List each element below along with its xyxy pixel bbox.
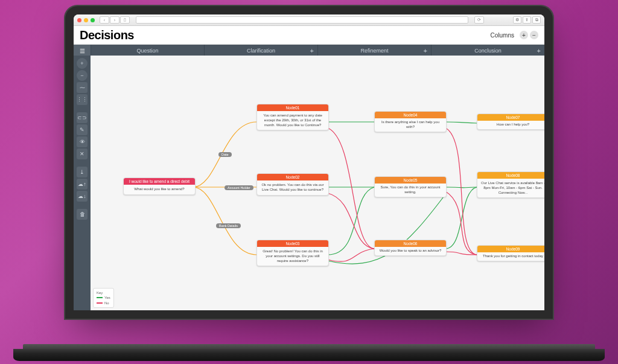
- node-body: Ok no problem. You can do this via our L…: [257, 180, 328, 195]
- tool-upload[interactable]: ☁↑: [77, 179, 88, 190]
- column-header-conclusion[interactable]: Conclusion+: [431, 45, 544, 57]
- node-title: Node05: [375, 177, 446, 184]
- node-02[interactable]: Node02 Ok no problem. You can do this vi…: [256, 173, 329, 196]
- tool-save-cloud[interactable]: ☁↓: [77, 191, 88, 202]
- legend-title: Key: [97, 290, 110, 295]
- node-03[interactable]: Node03 Great! No problem! You can do thi…: [256, 240, 329, 266]
- edge-label-date: Date: [218, 152, 232, 157]
- tool-line[interactable]: ⁓: [77, 82, 88, 93]
- settings-icon[interactable]: ⚙: [513, 16, 521, 24]
- menu-icon[interactable]: ☰: [74, 45, 91, 57]
- node-title: Node03: [257, 240, 328, 247]
- node-body: You can amend payment to any date except…: [257, 111, 328, 130]
- node-title: Node06: [375, 240, 446, 247]
- window-minimize-icon[interactable]: [84, 18, 88, 22]
- column-header-clarification[interactable]: Clarification+: [204, 45, 317, 57]
- node-body: Our Live Chat service is available 8am -…: [477, 179, 544, 197]
- node-body: How can I help you?: [477, 121, 544, 129]
- browser-chrome: ‹ › ▯ ⟳ ⚙ ⇪ ⧉: [74, 14, 544, 26]
- copy-icon[interactable]: ⧉: [532, 16, 541, 24]
- node-body: Sure, You can do this in your account se…: [375, 184, 446, 197]
- tool-trash[interactable]: 🗑: [77, 209, 88, 220]
- node-09[interactable]: Node09 Thank you for getting in contact …: [477, 245, 544, 261]
- node-body: Thank you for getting in contact today: [477, 252, 544, 261]
- node-start[interactable]: I would like to amend a direct debit Wha…: [123, 177, 196, 195]
- node-body: Would you like to speak to an advisor?: [375, 247, 446, 255]
- legend-swatch-yes: [97, 297, 103, 298]
- column-header-question[interactable]: Question: [91, 45, 204, 57]
- node-body: Is there anything else I can help you wi…: [375, 118, 446, 132]
- node-title: Node04: [375, 112, 446, 118]
- column-header-bar: ☰ Question Clarification+ Refinement+ Co…: [74, 45, 544, 57]
- node-01[interactable]: Node01 You can amend payment to any date…: [256, 104, 329, 130]
- forward-button[interactable]: ›: [110, 16, 119, 24]
- add-node-icon[interactable]: +: [537, 47, 541, 54]
- legend-no-label: No: [104, 301, 109, 305]
- tool-add[interactable]: +: [77, 58, 88, 69]
- remove-column-button[interactable]: −: [530, 31, 538, 39]
- edge-label-account-holder: Account Holder: [225, 185, 253, 190]
- column-header-refinement[interactable]: Refinement+: [317, 45, 431, 57]
- tool-edit[interactable]: ✎: [77, 124, 88, 135]
- tool-grid[interactable]: ⋮⋮: [77, 94, 88, 105]
- window-close-icon[interactable]: [77, 18, 81, 22]
- sidebar-toggle[interactable]: ▯: [120, 16, 130, 24]
- tool-close[interactable]: ✕: [77, 148, 88, 159]
- add-column-button[interactable]: +: [520, 31, 528, 39]
- node-04[interactable]: Node04 Is there anything else I can help…: [374, 111, 447, 132]
- node-body: What would you like to amend?: [124, 185, 195, 194]
- window-zoom-icon[interactable]: [91, 18, 95, 22]
- node-title: Node09: [477, 246, 544, 252]
- back-button[interactable]: ‹: [100, 16, 109, 24]
- stage: ‹ › ▯ ⟳ ⚙ ⇪ ⧉ Decisions Columns +: [0, 0, 618, 364]
- tool-link[interactable]: ⊂⊃: [77, 112, 88, 123]
- legend: Key Yes No: [93, 288, 114, 308]
- add-node-icon[interactable]: +: [310, 47, 314, 54]
- node-title: Node07: [477, 114, 544, 121]
- node-07[interactable]: Node07 How can I help you?: [477, 113, 544, 130]
- legend-yes-label: Yes: [104, 295, 110, 300]
- tool-download[interactable]: ⤓: [77, 167, 88, 177]
- node-body: Great! No problem! You can do this in yo…: [257, 247, 328, 266]
- node-title: Node02: [257, 174, 328, 180]
- node-title: Node08: [477, 172, 544, 179]
- add-node-icon[interactable]: +: [424, 47, 427, 54]
- node-06[interactable]: Node06 Would you like to speak to an adv…: [374, 240, 447, 256]
- node-05[interactable]: Node05 Sure, You can do this in your acc…: [374, 176, 447, 197]
- tool-remove[interactable]: −: [77, 70, 88, 81]
- node-title: I would like to amend a direct debit: [124, 178, 195, 185]
- reload-button[interactable]: ⟳: [474, 16, 484, 24]
- edge-label-bank-details: Bank Details: [216, 223, 241, 228]
- laptop-base: [13, 349, 605, 361]
- app-title: Decisions: [80, 28, 134, 42]
- columns-label: Columns: [491, 32, 514, 39]
- app-header: Decisions Columns + −: [74, 26, 544, 45]
- legend-swatch-no: [97, 302, 103, 304]
- share-icon[interactable]: ⇪: [523, 16, 531, 24]
- node-08[interactable]: Node08 Our Live Chat service is availabl…: [477, 171, 544, 198]
- laptop-mockup: ‹ › ▯ ⟳ ⚙ ⇪ ⧉ Decisions Columns +: [56, 0, 562, 296]
- url-bar[interactable]: [136, 16, 468, 24]
- canvas[interactable]: Date Account Holder Bank Details I would…: [91, 56, 544, 310]
- toolbar-sidebar: + − ⁓ ⋮⋮ ⊂⊃ ✎ 👁 ✕ ⤓ ☁↑ ☁↓ 🗑: [74, 56, 91, 310]
- node-title: Node01: [257, 104, 328, 111]
- screen: ‹ › ▯ ⟳ ⚙ ⇪ ⧉ Decisions Columns +: [74, 14, 544, 310]
- tool-visibility[interactable]: 👁: [77, 136, 88, 147]
- workspace: + − ⁓ ⋮⋮ ⊂⊃ ✎ 👁 ✕ ⤓ ☁↑ ☁↓ 🗑: [74, 56, 544, 310]
